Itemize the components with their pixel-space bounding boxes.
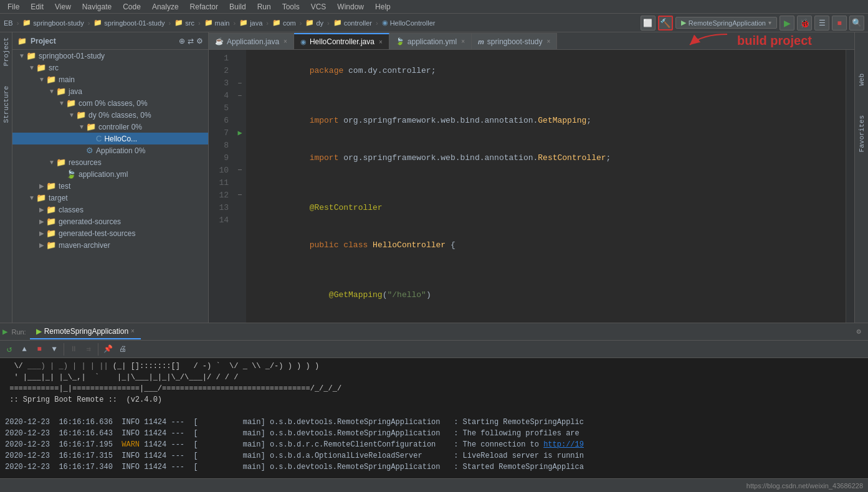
console-line-5 [5,405,863,417]
menu-refactor[interactable]: Refactor [185,1,223,12]
console-line-4: :: Spring Boot Remote :: (v2.4.0) [5,394,863,405]
breadcrumb-folder-5[interactable]: 📁 java [239,19,262,27]
tab-application-yml[interactable]: 🍃 application.yml × [389,33,472,49]
resume-button[interactable]: ⇉ [82,343,95,356]
breadcrumb-folder-4[interactable]: 📁 main [204,19,230,27]
structure-vtab[interactable]: Structure [1,83,11,125]
menu-navigate[interactable]: Navigate [77,1,117,12]
tree-item-main[interactable]: ▼ 📁 main [12,73,208,85]
status-bar: https://blog.csdn.net/weixin_43686228 [0,478,868,492]
toolbar-right: ⬜ 🔨 ▶ RemoteSpringApplication ▾ ▶ 🐞 ☰ ■ … [641,16,864,31]
breadcrumb-class[interactable]: ◉ HelloController [382,19,436,27]
sidebar-header: 📁 Project ⊕ ⇄ ⚙ [12,32,208,50]
menu-code[interactable]: Code [118,1,146,12]
console-line-7: 2020-12-23 16:16:16.643 INFO 11424 --- [… [5,428,863,439]
menu-help[interactable]: Help [370,1,396,12]
code-line-5 [251,177,841,189]
menu-bar: File Edit View Navigate Code Analyze Ref… [0,0,868,14]
sidebar-folder-icon: 📁 [17,37,27,45]
console-line-6: 2020-12-23 16:16:16.636 INFO 11424 --- [… [5,417,863,428]
tree-item-generated-sources[interactable]: ▶ 📁 generated-sources [12,215,208,227]
tab-hellocontroller-java[interactable]: ◉ HelloController.java × [294,33,389,49]
run-config-selector[interactable]: ▶ RemoteSpringApplication ▾ [675,17,777,29]
tree-item-com[interactable]: ▼ 📁 com 0% classes, 0% [12,97,208,109]
tree-item-hellocontroller[interactable]: C HelloCo... [12,133,208,144]
restart-button[interactable]: ↺ [2,343,16,356]
search-button[interactable]: 🔍 [849,16,864,31]
project-vtab[interactable]: Project [1,35,11,69]
watermark: https://blog.csdn.net/weixin_43686228 [746,482,863,490]
bottom-tabs-bar: ▶ Run: ▶ RemoteSpringApplication × ⚙ [0,323,868,341]
bottom-toolbar: ↺ ▲ ■ ▼ ⏸ ⇉ 📌 🖨 [0,341,868,358]
tree-item-src[interactable]: ▼ 📁 src [12,62,208,73]
pause-button[interactable]: ⏸ [67,343,80,356]
breadcrumb-folder-8[interactable]: 📁 controller [333,19,372,27]
code-line-8 [251,264,841,277]
tree-item-test[interactable]: ▶ 📁 test [12,180,208,192]
console-output[interactable]: \/ ___) | _) | | | || (_| []:::::::[] / … [0,358,868,478]
console-line-8: 2020-12-23 16:16:17.195 WARN 11424 --- [… [5,439,863,450]
console-line-3: ===========|_|===============|___/======… [5,383,863,394]
tree-item-java[interactable]: ▼ 📁 java [12,85,208,97]
menu-view[interactable]: View [50,1,76,12]
code-line-9: @GetMapping("/hello") [251,277,841,314]
code-line-6: @RestController [251,189,841,227]
run-button[interactable]: ▶ [780,16,794,31]
toolbar: EB › 📁 springboot-study › 📁 springboot-0… [0,14,868,32]
settings-gear-icon[interactable]: ⚙ [852,325,866,339]
tree-item-controller[interactable]: ▼ 📁 controller 0% [12,121,208,133]
breadcrumb-folder-7[interactable]: 📁 dy [305,19,323,27]
breadcrumb-eb: EB [4,19,13,27]
tree-item-maven-archiver[interactable]: ▶ 📁 maven-archiver [12,239,208,251]
menu-run[interactable]: Run [252,1,276,12]
menu-tools[interactable]: Tools [277,1,305,12]
tab-application-java[interactable]: ☕ Application.java × [209,33,294,49]
stop-run-button[interactable]: ■ [32,343,46,356]
menu-build[interactable]: Build [224,1,251,12]
code-line-4: import org.springframework.web.bind.anno… [251,140,841,177]
tree-item-springboot-01-study[interactable]: ▼ 📁 springboot-01-study [12,50,208,62]
console-line-9: 2020-12-23 16:16:17.315 INFO 11424 --- [… [5,450,863,461]
build-project-button[interactable]: 🔨 [658,16,673,31]
tree-item-classes[interactable]: ▶ 📁 classes [12,204,208,215]
menu-window[interactable]: Window [332,1,369,12]
breadcrumb-folder-6[interactable]: 📁 com [272,19,296,27]
bottom-tab-remote[interactable]: ▶ RemoteSpringApplication × [30,324,141,339]
code-line-2 [251,90,841,102]
menu-file[interactable]: File [2,1,24,12]
tabs-bar: ☕ Application.java × ◉ HelloController.j… [209,32,854,50]
sidebar-settings-btn[interactable]: ⚙ [196,37,203,45]
bottom-panel: ▶ Run: ▶ RemoteSpringApplication × ⚙ ↺ ▲… [0,323,868,478]
sidebar-collapse-btn[interactable]: ⇄ [188,37,194,45]
tree-item-application-yml[interactable]: 🍃 application.yml [12,168,208,180]
breadcrumb-folder-2[interactable]: 📁 springboot-01-study [93,19,165,27]
tree-item-generated-test-sources[interactable]: ▶ 📁 generated-test-sources [12,227,208,239]
sidebar-title: Project [31,37,56,45]
coverage-button[interactable]: ☰ [814,16,829,31]
sidebar-add-btn[interactable]: ⊕ [179,37,185,45]
tree-item-application[interactable]: ⚙ Application 0% [12,144,208,156]
menu-analyze[interactable]: Analyze [147,1,184,12]
window-layout-button[interactable]: ⬜ [641,16,656,31]
favorites-vtab[interactable]: Favorites [857,114,867,153]
breadcrumb-folder-1[interactable]: 📁 springboot-study [22,19,83,27]
code-line-3: import org.springframework.web.bind.anno… [251,102,841,140]
console-line-10: 2020-12-23 16:16:17.340 INFO 11424 --- [… [5,461,863,473]
tree-item-target[interactable]: ▼ 📁 target [12,192,208,204]
stop-button[interactable]: ■ [832,16,847,31]
tree-item-dy[interactable]: ▼ 📁 dy 0% classes, 0% [12,109,208,121]
web-vtab[interactable]: Web [857,72,867,87]
tree-item-resources[interactable]: ▼ 📁 resources [12,156,208,168]
console-line-2: ' |___|_| |_\_,| ` |_|\___|_|_|\_/\___|/… [5,372,863,383]
debug-button[interactable]: 🐞 [797,16,812,31]
breadcrumb-folder-3[interactable]: 📁 src [174,19,194,27]
fold-button[interactable]: 🖨 [116,343,130,356]
scroll-down-button[interactable]: ▼ [47,343,61,356]
pin-button[interactable]: 📌 [101,343,115,356]
run-icon: ▶ [2,326,7,337]
run-label: Run: [11,328,26,336]
scroll-up-button[interactable]: ▲ [17,343,31,356]
tab-springboot-study[interactable]: m springboot-study × [472,33,557,49]
menu-edit[interactable]: Edit [26,1,49,12]
menu-vcs[interactable]: VCS [306,1,331,12]
